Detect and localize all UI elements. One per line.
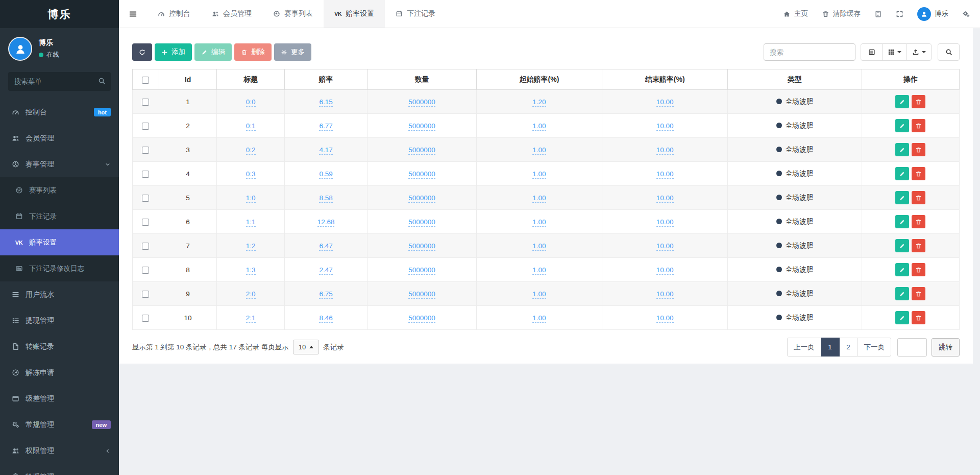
row-checkbox[interactable] xyxy=(142,123,149,130)
odds-link[interactable]: 8.58 xyxy=(319,194,332,203)
row-checkbox[interactable] xyxy=(142,147,149,154)
brand-logo[interactable]: 博乐 xyxy=(0,0,119,28)
sidebar-item[interactable]: 提现管理 xyxy=(0,307,119,334)
odds-link[interactable]: 6.75 xyxy=(319,290,332,299)
odds-link[interactable]: 0.59 xyxy=(319,170,332,179)
row-edit-button[interactable] xyxy=(895,119,909,132)
sidebar-item[interactable]: 用户流水 xyxy=(0,281,119,307)
row-edit-button[interactable] xyxy=(895,311,909,324)
sidebar-item[interactable]: 赛事管理 xyxy=(0,151,119,177)
row-delete-button[interactable] xyxy=(912,119,925,132)
end-odds-link[interactable]: 10.00 xyxy=(656,122,674,131)
amount-link[interactable]: 5000000 xyxy=(408,122,435,131)
row-delete-button[interactable] xyxy=(912,167,925,180)
search-button[interactable] xyxy=(938,43,960,61)
start-odds-link[interactable]: 1.00 xyxy=(532,290,546,299)
odds-link[interactable]: 6.47 xyxy=(319,242,332,251)
title-link[interactable]: 1:1 xyxy=(246,218,256,227)
title-link[interactable]: 2:1 xyxy=(246,314,256,323)
column-header[interactable]: Id xyxy=(159,69,216,90)
amount-link[interactable]: 5000000 xyxy=(408,194,435,203)
more-button[interactable]: 更多 xyxy=(274,43,311,61)
odds-link[interactable]: 4.17 xyxy=(319,146,332,155)
start-odds-link[interactable]: 1.00 xyxy=(532,146,546,155)
amount-link[interactable]: 5000000 xyxy=(408,146,435,155)
menu-search-input[interactable] xyxy=(8,72,111,91)
start-odds-link[interactable]: 1.00 xyxy=(532,170,546,179)
title-link[interactable]: 0:2 xyxy=(246,146,256,155)
start-odds-link[interactable]: 1.00 xyxy=(532,194,546,203)
edit-button[interactable]: 编辑 xyxy=(194,43,232,61)
home-link[interactable]: 主页 xyxy=(783,9,808,18)
select-all-checkbox[interactable] xyxy=(142,77,149,84)
sidebar-item[interactable]: 轮播管理 xyxy=(0,464,119,475)
column-header[interactable]: 数量 xyxy=(368,69,477,90)
end-odds-link[interactable]: 10.00 xyxy=(656,218,674,227)
select-all-header[interactable] xyxy=(133,69,159,90)
column-header[interactable]: 标题 xyxy=(217,69,285,90)
tab-赔率设置[interactable]: VK赔率设置 xyxy=(324,0,385,28)
sidebar-item[interactable]: 权限管理 xyxy=(0,438,119,464)
sidebar-item[interactable]: 解冻申请 xyxy=(0,360,119,386)
fullscreen-button[interactable] xyxy=(896,10,903,18)
menu-toggle-icon[interactable] xyxy=(119,0,147,28)
row-checkbox[interactable] xyxy=(142,267,149,274)
title-link[interactable]: 0:3 xyxy=(246,170,256,179)
odds-link[interactable]: 2.47 xyxy=(319,266,332,275)
tab-下注记录[interactable]: 下注记录 xyxy=(385,0,446,28)
amount-link[interactable]: 5000000 xyxy=(408,170,435,179)
end-odds-link[interactable]: 10.00 xyxy=(656,146,674,155)
page-size-select[interactable]: 10 xyxy=(293,340,319,354)
sidebar-item[interactable]: 下注记录 xyxy=(0,203,119,229)
sidebar-item[interactable]: VK赔率设置 xyxy=(0,229,119,255)
row-checkbox[interactable] xyxy=(142,219,149,226)
row-delete-button[interactable] xyxy=(912,215,925,228)
row-edit-button[interactable] xyxy=(895,215,909,228)
odds-link[interactable]: 8.46 xyxy=(319,314,332,323)
pagination-page-1[interactable]: 1 xyxy=(821,338,840,357)
column-header[interactable]: 起始赔率(%) xyxy=(476,69,602,90)
row-delete-button[interactable] xyxy=(912,311,925,324)
sidebar-item[interactable]: 控制台hot xyxy=(0,99,119,125)
row-checkbox[interactable] xyxy=(142,315,149,322)
end-odds-link[interactable]: 10.00 xyxy=(656,170,674,179)
column-header[interactable]: 操作 xyxy=(862,69,959,90)
amount-link[interactable]: 5000000 xyxy=(408,266,435,275)
tab-赛事列表[interactable]: 赛事列表 xyxy=(262,0,324,28)
end-odds-link[interactable]: 10.00 xyxy=(656,266,674,275)
page-jump-input[interactable] xyxy=(897,338,927,357)
row-delete-button[interactable] xyxy=(912,191,925,204)
row-checkbox[interactable] xyxy=(142,99,149,106)
title-link[interactable]: 1:3 xyxy=(246,266,256,275)
column-header[interactable]: 赔率 xyxy=(285,69,368,90)
row-edit-button[interactable] xyxy=(895,239,909,252)
tab-会员管理[interactable]: 会员管理 xyxy=(201,0,262,28)
column-header[interactable]: 类型 xyxy=(728,69,862,90)
sidebar-item[interactable]: 赛事列表 xyxy=(0,177,119,203)
title-link[interactable]: 1:0 xyxy=(246,194,256,203)
table-search-input[interactable] xyxy=(764,43,855,61)
row-delete-button[interactable] xyxy=(912,239,925,252)
title-link[interactable]: 1:2 xyxy=(246,242,256,251)
sidebar-item[interactable]: 下注记录修改日志 xyxy=(0,255,119,281)
row-checkbox[interactable] xyxy=(142,171,149,178)
end-odds-link[interactable]: 10.00 xyxy=(656,290,674,299)
column-header[interactable]: 结束赔率(%) xyxy=(602,69,728,90)
delete-button[interactable]: 删除 xyxy=(234,43,272,61)
start-odds-link[interactable]: 1.00 xyxy=(532,218,546,227)
row-delete-button[interactable] xyxy=(912,95,925,108)
row-checkbox[interactable] xyxy=(142,195,149,202)
start-odds-link[interactable]: 1.00 xyxy=(532,314,546,323)
row-edit-button[interactable] xyxy=(895,191,909,204)
export-button[interactable] xyxy=(906,43,932,61)
detail-view-button[interactable] xyxy=(861,43,883,61)
end-odds-link[interactable]: 10.00 xyxy=(656,98,674,107)
row-edit-button[interactable] xyxy=(895,263,909,276)
settings-button[interactable] xyxy=(962,10,970,18)
pagination-prev[interactable]: 上一页 xyxy=(787,338,821,357)
start-odds-link[interactable]: 1.20 xyxy=(532,98,546,107)
row-delete-button[interactable] xyxy=(912,287,925,300)
odds-link[interactable]: 6.77 xyxy=(319,122,332,131)
title-link[interactable]: 2:0 xyxy=(246,290,256,299)
add-button[interactable]: 添加 xyxy=(155,43,192,61)
